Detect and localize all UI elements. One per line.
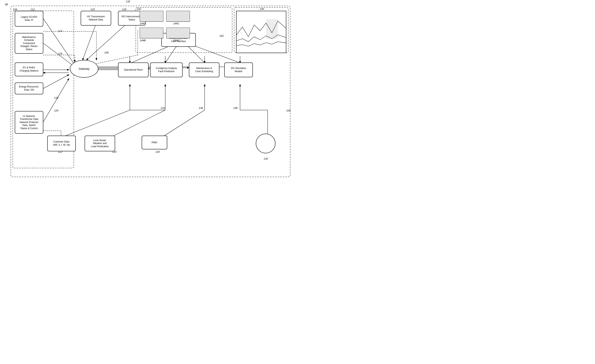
contingency-box: Contigency Analysis Fault Prediction (150, 62, 183, 77)
pmu-box: PMU (142, 136, 167, 149)
chart-144d (166, 27, 190, 38)
look-ahead-box: Look Ahead: Weather and Load Predication (85, 136, 115, 151)
svg-line-26 (187, 45, 205, 63)
chart-144a (140, 11, 163, 22)
gateway-ellipse: Gateway (70, 60, 98, 78)
ref-98: 98 (5, 3, 8, 6)
lv-network-label: LV Network: Transformer Data Network Pro… (20, 115, 38, 130)
hv-transmission-label: HV Transmission Network Data (87, 15, 105, 21)
operational-plans-box: Operational Plans (118, 62, 149, 77)
ref-104: 104 (13, 8, 17, 11)
ref-144c: 144C (173, 22, 179, 25)
svg-line-31 (161, 110, 205, 137)
chart-144c (166, 11, 190, 22)
svg-rect-42 (266, 19, 278, 39)
look-ahead-label: Look Ahead: Weather and Load Predication (91, 139, 109, 148)
diagram-container: 98 104 112 110 118 142 140 102 114 116 1… (0, 0, 298, 182)
ref-144d: 144D (173, 39, 179, 42)
ref-118b: 118 (54, 96, 58, 99)
ref-142: 142 (137, 7, 141, 10)
energy-resources-box: Energy Resources: Solar, DG (15, 82, 43, 94)
svg-line-24 (130, 45, 171, 63)
ref-116: 116 (58, 52, 62, 55)
dg-simulation-box: DG Simulation Models (224, 62, 253, 77)
ref-144b: 144B (140, 39, 146, 42)
hv-transmission-box: HV Transmission Network Data (81, 11, 111, 26)
svg-line-5 (43, 43, 75, 67)
ref-120: 120 (54, 109, 58, 112)
dg-simulation-label: DG Simulation Models (231, 67, 246, 73)
ref-118a: 118 (122, 8, 126, 11)
svg-line-27 (193, 45, 240, 63)
ref-100: 100 (286, 109, 290, 112)
svg-line-25 (165, 45, 177, 63)
maintenance-crew-box: Maintenance & Crew Scheduling (189, 62, 220, 77)
svg-line-30 (110, 110, 165, 137)
iso-interconnection-label: ISO Interconnection Status (121, 15, 142, 21)
ref-136: 136 (199, 107, 203, 110)
ref-112: 112 (30, 8, 35, 11)
svg-line-28 (61, 110, 130, 137)
ref-130: 130 (264, 157, 268, 160)
svg-line-4 (43, 19, 75, 65)
ref-138: 138 (233, 107, 237, 110)
maintenance-schedule-box: Maintenance Schedule Component Outages, … (15, 33, 43, 54)
customer-data-label: Customer Data: AMI, V, I, W, Var (53, 140, 70, 146)
operational-plans-label: Operational Plans (124, 69, 143, 72)
line-chart-140 (236, 11, 286, 53)
lv-network-box: LV Network: Transformer Data Network Pro… (15, 111, 43, 134)
ref-140: 140 (260, 7, 264, 10)
ref-106: 106 (104, 51, 109, 54)
contingency-label: Contigency Analysis Fault Prediction (156, 67, 177, 73)
energy-resources-label: Energy Resources: Solar, DG (19, 85, 39, 91)
svg-line-10 (83, 23, 96, 60)
svg-line-8 (43, 75, 69, 89)
ev-phev-box: EV & PHEV Charging Stations (15, 62, 43, 76)
pmu-label: PMU (152, 141, 157, 144)
circle-130 (256, 134, 276, 153)
ref-110: 110 (91, 8, 95, 11)
legacy-scada-box: Legacy SCADA Data, PI (15, 11, 43, 27)
svg-line-9 (43, 79, 69, 122)
legacy-scada-label: Legacy SCADA Data, PI (21, 15, 37, 22)
ref-144a: 144A (140, 22, 146, 25)
maintenance-crew-label: Maintenance & Crew Scheduling (195, 67, 213, 73)
ref-126: 126 (156, 150, 160, 153)
ref-114: 114 (58, 29, 62, 32)
customer-data-box: Customer Data: AMI, V, I, W, Var (47, 136, 76, 151)
chart-144b (140, 27, 163, 38)
svg-line-11 (87, 23, 128, 60)
maintenance-schedule-label: Maintenance Schedule Component Outages, … (20, 36, 38, 51)
ref-102: 102 (220, 34, 224, 37)
gateway-label: Gateway (79, 67, 90, 70)
ref-134: 134 (161, 107, 165, 110)
ev-phev-label: EV & PHEV Charging Stations (20, 66, 38, 72)
ref-132: 132 (126, 0, 130, 3)
